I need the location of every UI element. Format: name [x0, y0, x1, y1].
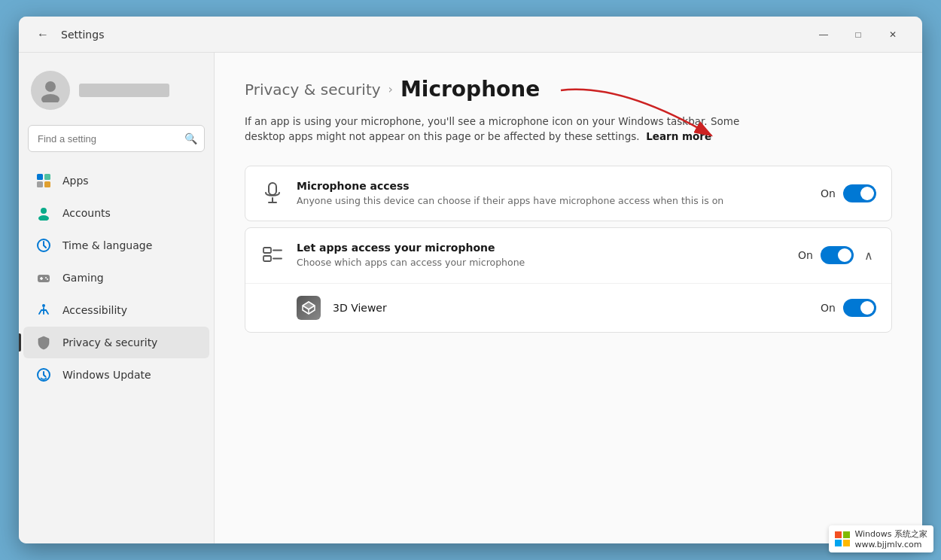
- svg-point-0: [45, 81, 56, 92]
- settings-window: ← Settings — □ ✕ 🔍: [19, 17, 922, 543]
- sidebar-item-gaming-label: Gaming: [62, 272, 104, 284]
- sidebar-item-time-label: Time & language: [62, 239, 152, 251]
- microphone-icon: [260, 181, 285, 205]
- svg-rect-16: [269, 183, 276, 195]
- sidebar-item-accounts[interactable]: Accounts: [23, 197, 209, 229]
- main-content: Privacy & security › Microphone If an ap…: [215, 53, 922, 543]
- let-apps-desc: Choose which apps can access your microp…: [297, 256, 786, 269]
- microphone-access-row: Microphone access Anyone using this devi…: [245, 166, 891, 221]
- sidebar-item-time[interactable]: Time & language: [23, 230, 209, 261]
- sidebar-item-gaming[interactable]: Gaming: [23, 262, 209, 294]
- gaming-icon: [35, 269, 52, 286]
- microphone-access-desc: Anyone using this device can choose if t…: [297, 194, 809, 208]
- learn-more-link[interactable]: Learn more: [646, 130, 711, 142]
- sidebar-item-update-label: Windows Update: [62, 369, 151, 381]
- close-button[interactable]: ✕: [876, 23, 910, 47]
- let-apps-toggle[interactable]: [821, 246, 854, 264]
- 3dviewer-toggle[interactable]: [843, 299, 876, 317]
- minimize-button[interactable]: —: [806, 23, 841, 47]
- search-icon: 🔍: [184, 132, 197, 145]
- svg-rect-4: [37, 181, 43, 187]
- time-icon: [35, 237, 52, 254]
- watermark-text: Windows 系统之家www.bjjmlv.com: [854, 528, 927, 549]
- accessibility-icon: [35, 302, 52, 318]
- 3dviewer-app-name: 3D Viewer: [333, 302, 809, 314]
- microphone-access-text: Microphone access Anyone using this devi…: [297, 180, 809, 208]
- 3dviewer-app-icon: [297, 296, 321, 320]
- back-button[interactable]: ←: [31, 23, 55, 46]
- user-section: [19, 65, 214, 125]
- sidebar-item-accessibility[interactable]: Accessibility: [23, 294, 209, 326]
- user-name-placeholder: [79, 84, 169, 97]
- sidebar-item-windows-update[interactable]: Windows Update: [23, 359, 209, 391]
- svg-point-6: [41, 208, 47, 214]
- svg-point-14: [42, 304, 45, 307]
- windows-update-icon: [35, 367, 52, 383]
- svg-rect-5: [44, 181, 50, 187]
- let-apps-access-row: Let apps access your microphone Choose w…: [245, 228, 891, 284]
- accounts-icon: [35, 205, 52, 221]
- svg-point-7: [38, 215, 49, 221]
- app-row-3dviewer: 3D Viewer On: [245, 284, 891, 332]
- svg-rect-3: [44, 174, 50, 180]
- microphone-access-title: Microphone access: [297, 180, 809, 192]
- breadcrumb: Privacy & security › Microphone: [245, 77, 892, 102]
- let-apps-access-card: Let apps access your microphone Choose w…: [245, 227, 892, 333]
- sidebar-item-apps-label: Apps: [62, 175, 89, 187]
- svg-rect-9: [38, 275, 50, 282]
- titlebar: ← Settings — □ ✕: [19, 17, 922, 53]
- window-controls: — □ ✕: [806, 23, 910, 47]
- svg-point-13: [47, 278, 48, 280]
- breadcrumb-parent[interactable]: Privacy & security: [245, 81, 381, 99]
- svg-rect-20: [263, 256, 271, 261]
- svg-point-1: [41, 94, 59, 102]
- let-apps-toggle-label: On: [798, 249, 813, 261]
- window-title: Settings: [61, 29, 806, 41]
- sidebar: 🔍 Apps: [19, 53, 215, 543]
- let-apps-title: Let apps access your microphone: [297, 242, 786, 254]
- page-description: If an app is using your microphone, you'…: [245, 114, 757, 145]
- sidebar-nav: Apps Accounts: [19, 164, 214, 391]
- let-apps-expand-button[interactable]: ∧: [861, 245, 876, 266]
- sidebar-item-accounts-label: Accounts: [62, 207, 111, 219]
- content-area: 🔍 Apps: [19, 53, 922, 543]
- 3dviewer-control: On: [821, 299, 876, 317]
- breadcrumb-separator: ›: [388, 82, 393, 96]
- svg-point-12: [45, 277, 47, 278]
- microphone-access-toggle[interactable]: [843, 184, 876, 202]
- sidebar-item-privacy-label: Privacy & security: [62, 336, 157, 348]
- 3dviewer-toggle-label: On: [821, 302, 836, 314]
- sidebar-item-apps[interactable]: Apps: [23, 165, 209, 196]
- let-apps-text: Let apps access your microphone Choose w…: [297, 242, 786, 269]
- microphone-access-control: On: [821, 184, 876, 202]
- microphone-access-toggle-label: On: [821, 187, 836, 199]
- watermark: Windows 系统之家www.bjjmlv.com: [829, 525, 933, 552]
- privacy-security-icon: [35, 334, 52, 351]
- svg-rect-2: [37, 174, 43, 180]
- microphone-access-card: Microphone access Anyone using this devi…: [245, 166, 892, 222]
- search-input[interactable]: [28, 125, 205, 152]
- avatar: [31, 71, 70, 110]
- search-box: 🔍: [28, 125, 205, 152]
- maximize-button[interactable]: □: [841, 23, 876, 47]
- svg-rect-19: [263, 248, 271, 253]
- breadcrumb-current: Microphone: [400, 77, 540, 102]
- svg-marker-24: [303, 302, 315, 309]
- let-apps-control: On ∧: [798, 245, 876, 266]
- apps-access-icon: [260, 243, 285, 267]
- sidebar-item-accessibility-label: Accessibility: [62, 304, 127, 316]
- apps-icon: [35, 172, 52, 189]
- sidebar-item-privacy-security[interactable]: Privacy & security: [23, 327, 209, 358]
